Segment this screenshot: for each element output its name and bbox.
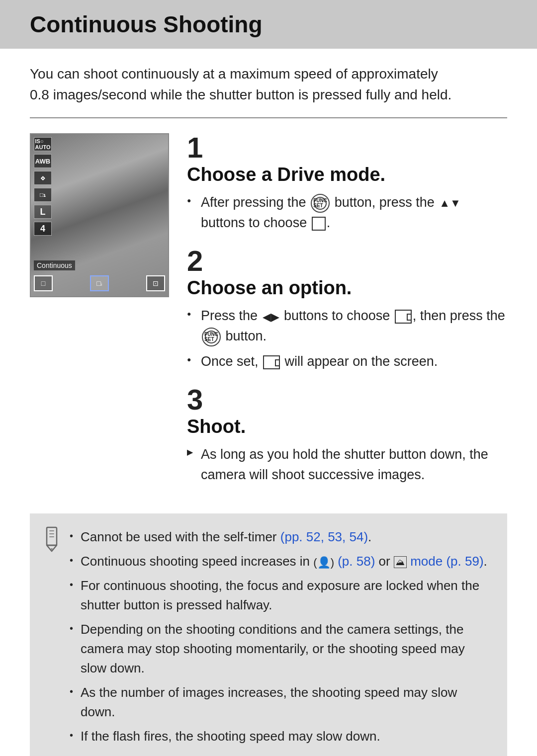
person-mode-icon: (👤) — [313, 556, 334, 569]
cam-btn-continuous: □ᵢ — [90, 275, 109, 291]
step-3-number: 3 — [187, 385, 507, 414]
func-set-icon-1: FUNCSET — [311, 194, 330, 213]
intro-line2: 0.8 images/second while the shutter butt… — [30, 87, 451, 102]
note-item-1: Cannot be used with the self-timer (pp. … — [70, 527, 491, 547]
svg-rect-3 — [49, 536, 54, 537]
note-item-3: For continuous shooting, the focus and e… — [70, 576, 491, 615]
arrow-left-right: ◀▶ — [263, 311, 279, 323]
step-2-number: 2 — [187, 247, 507, 275]
divider — [30, 117, 507, 118]
note-box: Cannot be used with the self-timer (pp. … — [30, 513, 507, 756]
func-set-icon-2: FUNCSET — [202, 328, 221, 346]
func-set-inner-2: FUNCSET — [205, 331, 218, 343]
step-1: 1 Choose a Drive mode. After pressing th… — [187, 133, 507, 233]
note-link-1: (pp. 52, 53, 54) — [280, 529, 368, 544]
note-bullets: Cannot be used with the self-timer (pp. … — [70, 527, 491, 746]
camera-left-icons: IS○AUTO AWB ⋄ □₁ L 4 — [34, 137, 52, 236]
step-1-number: 1 — [187, 133, 507, 162]
step-1-bullets: After pressing the FUNCSET button, press… — [187, 192, 507, 233]
page-container: Continuous Shooting You can shoot contin… — [0, 0, 537, 756]
svg-rect-1 — [49, 530, 54, 531]
steps-container: 1 Choose a Drive mode. After pressing th… — [187, 133, 507, 499]
note-item-2: Continuous shooting speed increases in (… — [70, 552, 491, 571]
func-set-inner-1: FUNCSET — [314, 197, 327, 210]
camera-image: IS○AUTO AWB ⋄ □₁ L 4 Continuous □ □ᵢ ⊡ — [30, 133, 169, 297]
continuous-icon-1 — [395, 310, 412, 324]
note-link-3: mode (p. 59) — [410, 554, 483, 569]
cam-icon-num: 4 — [34, 222, 52, 236]
cam-icon-size: L — [34, 205, 52, 219]
note-link-2: (p. 58) — [338, 554, 375, 569]
cam-btn-square: □ — [34, 275, 53, 291]
step-2-bullet-1: Press the ◀▶ buttons to choose , then pr… — [187, 306, 507, 346]
step-2-bullet-2: Once set, will appear on the screen. — [187, 351, 507, 372]
note-pencil-icon — [41, 526, 63, 552]
note-item-4: Depending on the shooting conditions and… — [70, 620, 491, 678]
cam-icon-iso: IS○AUTO — [34, 137, 52, 151]
note-item-5: As the number of images increases, the s… — [70, 683, 491, 722]
step-3-bullet-1: As long as you hold the shutter button d… — [187, 444, 507, 485]
intro-line1: You can shoot continuously at a maximum … — [30, 66, 438, 82]
drive-square-icon — [312, 217, 326, 231]
step-2-bullets: Press the ◀▶ buttons to choose , then pr… — [187, 306, 507, 371]
step-2-title: Choose an option. — [187, 277, 507, 299]
continuous-icon-2 — [263, 355, 280, 369]
svg-rect-2 — [49, 533, 54, 534]
cam-continuous-label: Continuous — [34, 260, 75, 270]
page-title: Continuous Shooting — [30, 11, 507, 38]
intro-text: You can shoot continuously at a maximum … — [30, 64, 507, 105]
camera-ui-overlay: IS○AUTO AWB ⋄ □₁ L 4 Continuous □ □ᵢ ⊡ — [31, 134, 168, 296]
step-3: 3 Shoot. As long as you hold the shutter… — [187, 385, 507, 485]
step-1-title: Choose a Drive mode. — [187, 164, 507, 185]
step-1-bullet-1: After pressing the FUNCSET button, press… — [187, 192, 507, 233]
step-3-title: Shoot. — [187, 416, 507, 437]
scene-mode-icon: ⛰ — [394, 556, 407, 568]
step-2: 2 Choose an option. Press the ◀▶ buttons… — [187, 247, 507, 371]
main-content: IS○AUTO AWB ⋄ □₁ L 4 Continuous □ □ᵢ ⊡ — [30, 133, 507, 499]
arrow-up-down-1: ▲▼ — [439, 197, 461, 209]
note-item-6: If the flash fires, the shooting speed m… — [70, 727, 491, 746]
cam-btn-timer: ⊡ — [146, 275, 165, 291]
title-bar: Continuous Shooting — [0, 0, 537, 49]
cam-icon-awb: AWB — [34, 154, 52, 168]
cam-icon-drive: □₁ — [34, 188, 52, 202]
step-3-bullet-1-text: As long as you hold the shutter button d… — [201, 447, 488, 482]
step-3-bullets: As long as you hold the shutter button d… — [187, 444, 507, 485]
pencil-svg — [41, 526, 63, 552]
cam-icon-flash: ⋄ — [34, 171, 52, 185]
camera-bottom-row: □ □ᵢ ⊡ — [34, 275, 165, 291]
